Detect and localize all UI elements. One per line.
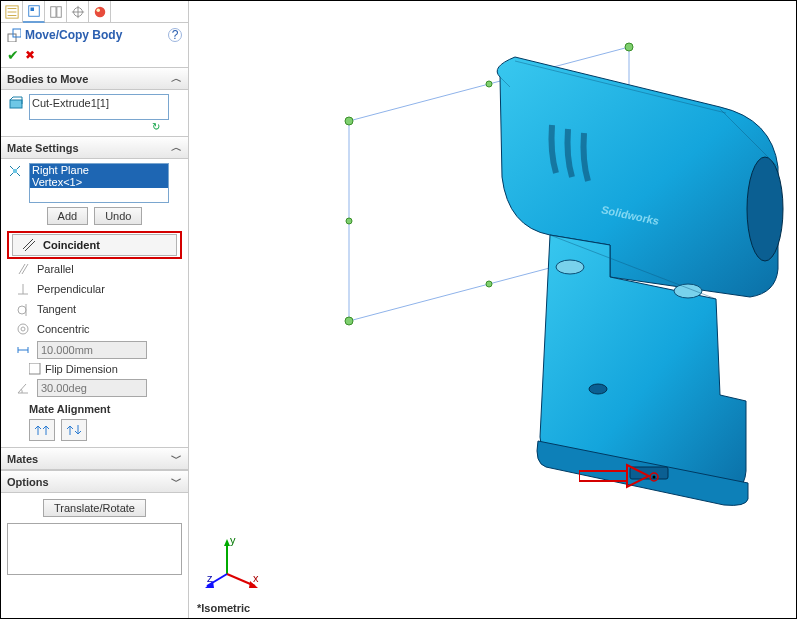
svg-point-29 [674,284,702,298]
svg-rect-11 [13,169,17,173]
options-section-header[interactable]: Options ﹀ [1,470,188,493]
mate-refs-list[interactable]: Right Plane Vertex<1> [29,163,169,203]
reset-icon[interactable]: ↻ [152,121,160,132]
coincident-highlight: Coincident [7,231,182,259]
feature-title: Move/Copy Body [25,28,122,42]
coincident-label: Coincident [43,239,100,251]
svg-point-25 [747,157,783,261]
cancel-button[interactable]: ✖ [25,48,35,62]
svg-point-28 [556,260,584,274]
svg-rect-2 [30,8,34,12]
add-button[interactable]: Add [47,207,89,225]
svg-point-18 [345,117,353,125]
bodies-list[interactable]: Cut-Extrude1[1] [29,94,169,120]
align-same-button[interactable] [29,419,55,441]
mate-ref-item[interactable]: Vertex<1> [30,176,168,188]
expand-icon: ﹀ [171,451,182,466]
mate-perpendicular[interactable]: Perpendicular [7,279,182,299]
mate-ref-item[interactable]: Right Plane [30,164,168,176]
svg-rect-3 [50,7,55,18]
distance-icon [15,342,31,358]
svg-point-14 [21,327,25,331]
collapse-icon: ︿ [171,140,182,155]
view-triad: y x z [205,536,261,592]
parallel-label: Parallel [37,263,74,275]
comment-box[interactable] [7,523,182,575]
mate-ref-icon [7,163,25,181]
graphics-viewport[interactable]: Right Plane Solidworks [189,1,796,618]
concentric-icon [15,321,31,337]
axis-y: y [230,536,236,546]
mate-parallel[interactable]: Parallel [7,259,182,279]
bodies-header-label: Bodies to Move [7,73,88,85]
ok-button[interactable]: ✔ [7,47,19,63]
tangent-label: Tangent [37,303,76,315]
concentric-label: Concentric [37,323,90,335]
angle-input[interactable]: 30.00deg [37,379,147,397]
property-manager-panel: Move/Copy Body ? ✔ ✖ Bodies to Move ︿ Cu… [1,1,189,618]
tab-feature-tree[interactable] [1,1,23,23]
body-item: Cut-Extrude1[1] [32,97,109,109]
view-name: *Isometric [197,602,250,614]
perpendicular-icon [15,281,31,297]
bodies-section-header[interactable]: Bodies to Move ︿ [1,67,188,90]
svg-rect-8 [8,34,16,42]
angle-icon [15,380,31,396]
bodies-section-body: Cut-Extrude1[1] ↻ [1,90,188,136]
alignment-header: Mate Alignment [7,399,182,417]
svg-point-30 [589,384,607,394]
tab-dimxpert[interactable] [67,1,89,23]
mate-settings-label: Mate Settings [7,142,79,154]
alignment-row [7,417,182,443]
svg-rect-33 [579,471,627,481]
tangent-icon [15,301,31,317]
align-opposite-button[interactable] [61,419,87,441]
coincident-icon [21,237,37,253]
callout-arrow [579,463,651,489]
flip-row[interactable]: Flip Dimension [7,361,182,377]
perpendicular-label: Perpendicular [37,283,105,295]
mates-label: Mates [7,453,38,465]
options-label: Options [7,476,49,488]
svg-rect-9 [13,29,21,37]
mate-settings-body: Right Plane Vertex<1> Add Undo Coinciden… [1,159,188,447]
distance-row: 10.000mm [7,339,182,361]
svg-point-13 [18,324,28,334]
svg-point-7 [96,9,100,13]
svg-point-32 [653,476,656,479]
svg-point-21 [346,218,352,224]
svg-point-12 [18,306,26,314]
parallel-icon [15,261,31,277]
mate-tangent[interactable]: Tangent [7,299,182,319]
panel-tabbar [1,1,188,23]
model-body[interactable]: Solidworks [420,37,790,507]
svg-rect-4 [56,7,60,18]
distance-input[interactable]: 10.000mm [37,341,147,359]
svg-rect-10 [10,100,22,108]
tab-config[interactable] [45,1,67,23]
checkbox-icon [29,363,41,375]
angle-row: 30.00deg [7,377,182,399]
axis-x: x [253,572,259,584]
tab-appearance[interactable] [89,1,111,23]
svg-point-17 [345,317,353,325]
flip-label: Flip Dimension [45,363,118,375]
svg-rect-15 [29,363,40,374]
confirm-row: ✔ ✖ [1,47,188,67]
body-icon [7,94,25,112]
mates-section-header[interactable]: Mates ﹀ [1,447,188,470]
feature-header: Move/Copy Body ? [1,23,188,47]
move-copy-icon [7,28,21,42]
undo-button[interactable]: Undo [94,207,142,225]
tab-property-manager[interactable] [23,1,45,23]
axis-z: z [207,572,213,584]
mate-coincident[interactable]: Coincident [12,234,177,256]
mate-settings-header[interactable]: Mate Settings ︿ [1,136,188,159]
collapse-icon: ︿ [171,71,182,86]
mate-concentric[interactable]: Concentric [7,319,182,339]
translate-rotate-button[interactable]: Translate/Rotate [43,499,146,517]
help-icon[interactable]: ? [168,28,182,42]
svg-point-6 [94,7,105,18]
expand-icon: ﹀ [171,474,182,489]
